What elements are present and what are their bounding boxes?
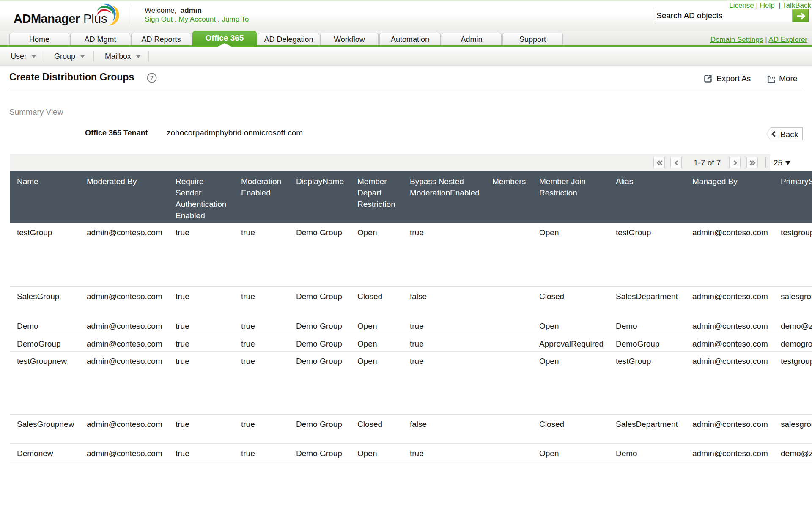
svg-text:?: ? [150,74,154,81]
